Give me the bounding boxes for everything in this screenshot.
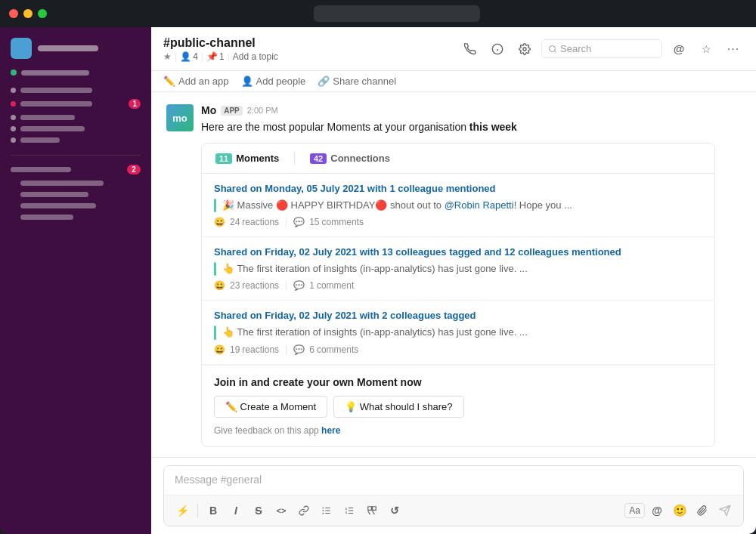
add-topic-link[interactable]: Add a topic bbox=[233, 51, 278, 62]
pin-count: 📌 1 bbox=[206, 51, 225, 62]
user-status[interactable] bbox=[0, 66, 151, 79]
sidebar-channel-1[interactable] bbox=[0, 177, 151, 189]
channel-search[interactable]: Search bbox=[541, 39, 662, 58]
what-to-share-button[interactable]: 💡 What should I share? bbox=[333, 396, 463, 418]
link-icon: 🔗 bbox=[318, 76, 330, 87]
message-input[interactable]: Message #general bbox=[164, 466, 743, 495]
code-button[interactable]: <> bbox=[271, 500, 292, 521]
plus-icon: ✏️ bbox=[163, 76, 175, 87]
at-button[interactable]: @ bbox=[668, 39, 689, 60]
svg-point-4 bbox=[550, 45, 556, 51]
sidebar-item-label bbox=[20, 88, 92, 93]
title-bar-center bbox=[47, 5, 747, 22]
moments-card: 11 Moments | 42 Connections Shared on M bbox=[201, 143, 715, 447]
message-text: Here are the most popular Moments at you… bbox=[201, 119, 741, 135]
sidebar-section-channels bbox=[0, 177, 151, 223]
message-row: mo Mo APP 2:00 PM Here are the most popu… bbox=[166, 104, 741, 447]
phone-button[interactable] bbox=[460, 39, 481, 60]
channel-name-text: #public-channel bbox=[163, 36, 256, 50]
moments-tabs: 11 Moments | 42 Connections bbox=[202, 144, 714, 174]
sidebar-item-2[interactable]: 1 bbox=[0, 96, 151, 112]
header-actions: Search @ ☆ ··· bbox=[460, 39, 744, 60]
content-area: #public-channel ★ | 👤 4 | 📌 1 | bbox=[151, 27, 756, 534]
more-button[interactable]: ··· bbox=[723, 39, 744, 60]
blockquote-button[interactable] bbox=[361, 500, 383, 521]
message-input-box: Message #general ⚡ B I S <> bbox=[163, 465, 744, 526]
message-content: Mo APP 2:00 PM Here are the most popular… bbox=[201, 104, 741, 447]
moment-item-2: Shared on Friday, 02 July 2021 with 13 c… bbox=[202, 237, 714, 301]
maximize-button[interactable] bbox=[38, 9, 47, 18]
workspace-header[interactable] bbox=[0, 33, 151, 63]
member-count: 👤 4 bbox=[180, 51, 198, 62]
format-button[interactable]: Aa bbox=[624, 503, 645, 518]
svg-point-9 bbox=[322, 510, 324, 511]
attach-button[interactable] bbox=[692, 500, 713, 521]
italic-button[interactable]: I bbox=[225, 500, 246, 521]
moment-text: 👆 The first iteration of insights (in-ap… bbox=[222, 326, 528, 339]
channel-name: #public-channel bbox=[163, 36, 460, 50]
link-button[interactable] bbox=[293, 500, 314, 521]
moments-label: Moments bbox=[236, 153, 279, 164]
minimize-button[interactable] bbox=[23, 9, 33, 18]
svg-point-8 bbox=[322, 508, 324, 509]
sidebar-channel-3[interactable] bbox=[0, 200, 151, 211]
moment-item-1: Shared on Monday, 05 July 2021 with 1 co… bbox=[202, 174, 714, 237]
sidebar-section-header[interactable]: 2 bbox=[0, 162, 151, 177]
moment-bar bbox=[214, 262, 216, 276]
star-icon[interactable]: ★ bbox=[163, 51, 172, 62]
reactions-stat: 😀 23 reactions bbox=[214, 280, 279, 291]
avatar: mo bbox=[166, 104, 194, 131]
sidebar-item-1[interactable] bbox=[0, 85, 151, 96]
emoji-icon: 😀 bbox=[214, 280, 225, 291]
title-bar-search bbox=[314, 5, 480, 22]
sidebar-item-label bbox=[20, 137, 60, 143]
tab-connections[interactable]: 42 Connections bbox=[305, 150, 395, 167]
comments-stat: 💬 1 comment bbox=[293, 280, 354, 291]
lightning-button[interactable]: ⚡ bbox=[172, 500, 193, 521]
comment-icon: 💬 bbox=[293, 280, 305, 291]
tab-moments[interactable]: 11 Moments bbox=[211, 150, 284, 167]
bullet-icon bbox=[11, 101, 16, 106]
numbered-list-button[interactable] bbox=[339, 500, 360, 521]
message-header: Mo APP 2:00 PM bbox=[201, 104, 741, 116]
feedback-link[interactable]: here bbox=[321, 425, 340, 436]
bullet-icon bbox=[11, 126, 16, 131]
info-button[interactable] bbox=[487, 39, 508, 60]
toolbar-sep bbox=[197, 504, 198, 517]
sidebar-item-5[interactable] bbox=[0, 134, 151, 146]
sidebar-channel-4[interactable] bbox=[0, 211, 151, 223]
moment-title[interactable]: Shared on Monday, 05 July 2021 with 1 co… bbox=[214, 183, 702, 194]
sidebar-channel-2[interactable] bbox=[0, 189, 151, 200]
create-moment-button[interactable]: ✏️ Create a Moment bbox=[214, 396, 327, 418]
moment-item-3: Shared on Friday, 02 July 2021 with 2 co… bbox=[202, 301, 714, 364]
connections-count: 42 bbox=[310, 153, 327, 164]
moment-stats: 😀 23 reactions | 💬 1 comment bbox=[214, 280, 702, 291]
add-people-button[interactable]: 👤 Add people bbox=[241, 76, 306, 87]
sidebar-item-label bbox=[20, 115, 75, 120]
bookmark-button[interactable]: ☆ bbox=[696, 39, 717, 60]
emoji-button[interactable]: 🙂 bbox=[669, 500, 690, 521]
message-toolbar: ⚡ B I S <> bbox=[164, 495, 743, 526]
undo-button[interactable]: ↺ bbox=[384, 500, 405, 521]
stat-sep: | bbox=[285, 280, 287, 291]
traffic-lights bbox=[9, 9, 47, 18]
moment-stats: 😀 19 reactions | 💬 6 comments bbox=[214, 344, 702, 355]
share-channel-button[interactable]: 🔗 Share channel bbox=[318, 76, 396, 87]
add-app-button[interactable]: ✏️ Add an app bbox=[163, 76, 229, 87]
sidebar-divider bbox=[11, 155, 141, 156]
close-button[interactable] bbox=[9, 9, 18, 18]
moment-text: 👆 The first iteration of insights (in-ap… bbox=[222, 262, 528, 276]
at-mention-button[interactable]: @ bbox=[646, 500, 668, 521]
channel-header: #public-channel ★ | 👤 4 | 📌 1 | bbox=[151, 27, 756, 71]
sidebar-item-3[interactable] bbox=[0, 112, 151, 123]
send-button[interactable] bbox=[714, 500, 736, 521]
sidebar-section-main: 1 bbox=[0, 85, 151, 146]
bullet-list-button[interactable] bbox=[316, 500, 337, 521]
moment-title[interactable]: Shared on Friday, 02 July 2021 with 2 co… bbox=[214, 310, 702, 321]
settings-button[interactable] bbox=[514, 39, 535, 60]
bold-button[interactable]: B bbox=[203, 500, 224, 521]
moment-title[interactable]: Shared on Friday, 02 July 2021 with 13 c… bbox=[214, 246, 702, 258]
strikethrough-button[interactable]: S bbox=[248, 500, 269, 521]
status-text bbox=[21, 70, 89, 76]
sidebar-item-4[interactable] bbox=[0, 123, 151, 134]
